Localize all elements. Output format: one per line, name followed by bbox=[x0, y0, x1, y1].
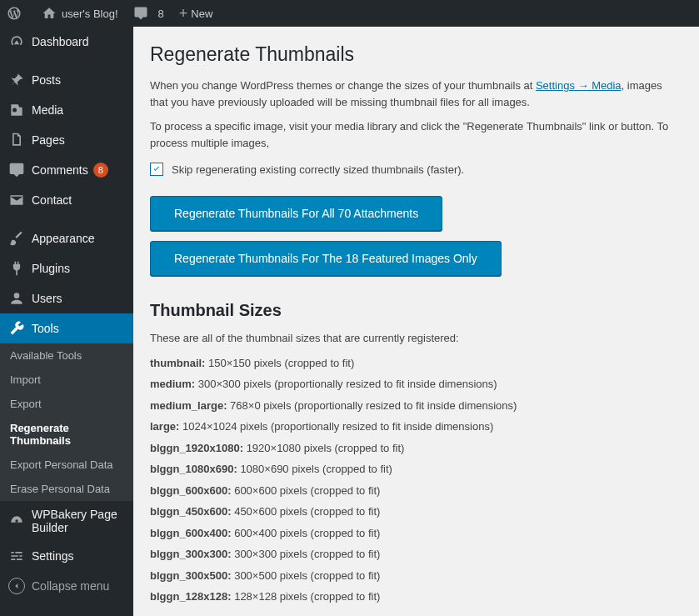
size-name: blggn_128x128: bbox=[150, 590, 232, 603]
wrench-icon bbox=[8, 320, 25, 337]
menu-settings[interactable]: Settings bbox=[0, 541, 133, 571]
size-item: blggn_300x300: 300×300 pixels (cropped t… bbox=[150, 546, 682, 563]
menu-plugins-label: Plugins bbox=[32, 262, 70, 275]
menu-tools-label: Tools bbox=[32, 322, 59, 335]
sub-export-personal[interactable]: Export Personal Data bbox=[0, 453, 133, 477]
home-icon bbox=[42, 6, 57, 21]
menu-appearance-label: Appearance bbox=[32, 232, 95, 245]
collapse-icon bbox=[8, 578, 25, 594]
size-name: large: bbox=[150, 420, 179, 433]
comment-icon bbox=[8, 162, 25, 178]
menu-users[interactable]: Users bbox=[0, 283, 133, 313]
size-item: blggn_600x600: 600×600 pixels (cropped t… bbox=[150, 483, 682, 499]
menu-media[interactable]: Media bbox=[0, 95, 133, 125]
menu-contact-label: Contact bbox=[32, 193, 72, 207]
skip-label: Skip regenerating existing correctly siz… bbox=[172, 163, 464, 176]
size-item: medium: 300×300 pixels (proportionally r… bbox=[150, 376, 682, 393]
comments-count: 8 bbox=[158, 8, 164, 20]
collapse-label: Collapse menu bbox=[32, 579, 109, 593]
intro-paragraph: When you change WordPress themes or chan… bbox=[150, 78, 682, 110]
size-name: blggn_1080x690: bbox=[150, 463, 237, 475]
plus-icon: + bbox=[179, 5, 188, 23]
size-name: blggn_1920x1080: bbox=[150, 442, 243, 454]
plugin-icon bbox=[8, 260, 25, 277]
settings-media-link[interactable]: Settings → Media bbox=[536, 79, 622, 92]
size-name: medium: bbox=[150, 378, 195, 390]
size-name: blggn_300x300: bbox=[150, 548, 232, 560]
menu-users-label: Users bbox=[32, 292, 62, 305]
menu-wpbakery-label: WPBakery Page Builder bbox=[32, 508, 125, 534]
menu-dashboard-label: Dashboard bbox=[32, 35, 89, 48]
new-label: New bbox=[191, 8, 212, 20]
tools-submenu: Available Tools Import Export Regenerate… bbox=[0, 343, 133, 501]
site-link[interactable]: user's Blog! bbox=[42, 6, 118, 21]
wp-logo[interactable] bbox=[7, 6, 27, 21]
sizes-intro: These are all of the thumbnail sizes tha… bbox=[150, 330, 682, 347]
menu-wpbakery[interactable]: WPBakery Page Builder bbox=[0, 501, 133, 541]
media-icon bbox=[8, 102, 25, 118]
menu-settings-label: Settings bbox=[32, 549, 74, 563]
size-name: blggn_600x400: bbox=[150, 527, 232, 539]
regenerate-all-button[interactable]: Regenerate Thumbnails For All 70 Attachm… bbox=[150, 196, 442, 231]
menu-comments[interactable]: Comments 8 bbox=[0, 155, 133, 185]
adminbar-new[interactable]: + New bbox=[179, 5, 213, 23]
size-item: blggn_1080x690: 1080×690 pixels (cropped… bbox=[150, 461, 682, 478]
menu-pages-label: Pages bbox=[32, 133, 65, 147]
page-title: Regenerate Thumbnails bbox=[150, 43, 682, 66]
size-item: thumbnail: 150×150 pixels (cropped to fi… bbox=[150, 355, 682, 372]
sub-export[interactable]: Export bbox=[0, 392, 133, 416]
sub-regenerate-thumbnails[interactable]: Regenerate Thumbnails bbox=[0, 416, 133, 453]
menu-media-label: Media bbox=[32, 103, 63, 117]
wordpress-icon bbox=[7, 6, 22, 21]
size-name: blggn_450x600: bbox=[150, 505, 232, 518]
intro2: To process a specific image, visit your … bbox=[150, 118, 682, 151]
size-item: large: 1024×1024 pixels (proportionally … bbox=[150, 418, 682, 435]
dashboard-icon bbox=[8, 33, 25, 50]
size-item: medium_large: 768×0 pixels (proportional… bbox=[150, 398, 682, 414]
sliders-icon bbox=[8, 548, 25, 564]
size-name: blggn_600x600: bbox=[150, 484, 232, 497]
size-item: blggn_128x128: 128×128 pixels (cropped t… bbox=[150, 588, 682, 605]
comments-badge: 8 bbox=[93, 163, 108, 178]
sub-import[interactable]: Import bbox=[0, 368, 133, 392]
size-item: blggn_450x600: 450×600 pixels (cropped t… bbox=[150, 503, 682, 520]
sizes-list: thumbnail: 150×150 pixels (cropped to fi… bbox=[150, 355, 682, 605]
check-icon bbox=[152, 164, 162, 174]
size-name: medium_large: bbox=[150, 399, 227, 412]
size-name: blggn_300x500: bbox=[150, 569, 232, 582]
collapse-menu[interactable]: Collapse menu bbox=[0, 571, 133, 601]
intro-part1: When you change WordPress themes or chan… bbox=[150, 79, 536, 92]
site-name: user's Blog! bbox=[62, 8, 118, 20]
sizes-heading: Thumbnail Sizes bbox=[150, 301, 682, 320]
menu-posts[interactable]: Posts bbox=[0, 65, 133, 95]
menu-contact[interactable]: Contact bbox=[0, 185, 133, 215]
menu-pages[interactable]: Pages bbox=[0, 125, 133, 155]
regenerate-featured-button[interactable]: Regenerate Thumbnails For The 18 Feature… bbox=[150, 241, 502, 276]
menu-appearance[interactable]: Appearance bbox=[0, 223, 133, 253]
menu-comments-label: Comments bbox=[32, 163, 88, 177]
comment-icon bbox=[133, 6, 148, 21]
user-icon bbox=[8, 290, 25, 307]
sub-available-tools[interactable]: Available Tools bbox=[0, 343, 133, 368]
brush-icon bbox=[8, 230, 25, 247]
size-item: blggn_1920x1080: 1920×1080 pixels (cropp… bbox=[150, 440, 682, 457]
skip-checkbox[interactable] bbox=[150, 163, 163, 176]
menu-plugins[interactable]: Plugins bbox=[0, 253, 133, 283]
pages-icon bbox=[8, 132, 25, 148]
size-item: blggn_300x500: 300×500 pixels (cropped t… bbox=[150, 568, 682, 584]
menu-dashboard[interactable]: Dashboard bbox=[0, 27, 133, 57]
pin-icon bbox=[8, 72, 25, 88]
adminbar-comments[interactable]: 8 bbox=[133, 6, 164, 21]
menu-tools[interactable]: Tools bbox=[0, 313, 133, 343]
mail-icon bbox=[8, 192, 25, 208]
menu-posts-label: Posts bbox=[32, 73, 61, 87]
sub-erase-personal[interactable]: Erase Personal Data bbox=[0, 477, 133, 501]
size-item: blggn_600x400: 600×400 pixels (cropped t… bbox=[150, 525, 682, 542]
size-name: thumbnail: bbox=[150, 357, 205, 369]
wpbakery-icon bbox=[8, 513, 25, 529]
